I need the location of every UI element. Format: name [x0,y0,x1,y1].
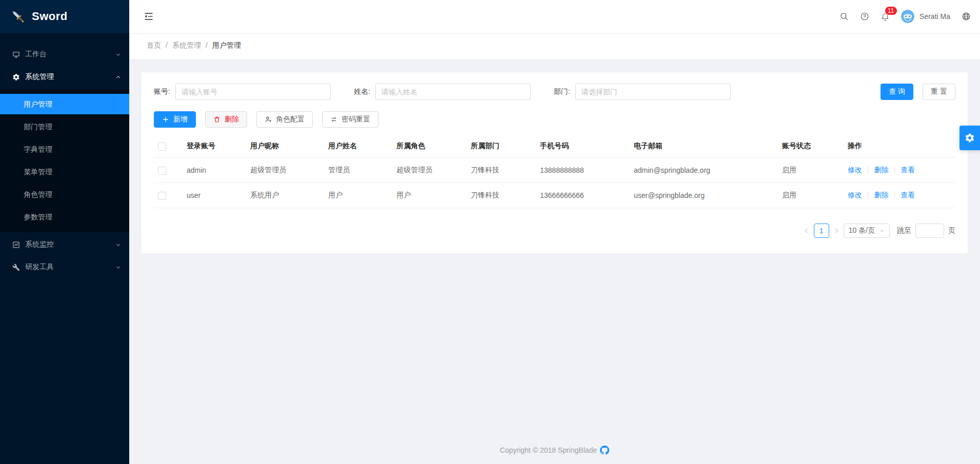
cell-nickname: 系统用户 [246,183,324,208]
password-reset-label: 密码重置 [342,115,370,124]
password-reset-button[interactable]: 密码重置 [322,111,378,128]
filter-form: 账号: 姓名: 部门: 查 询 重 置 [154,84,955,100]
cell-role: 超级管理员 [392,158,467,183]
filter-buttons: 查 询 重 置 [881,84,955,100]
sidebar-subitem[interactable]: 用户管理 [0,94,129,114]
desktop-icon [12,51,20,58]
row-action-link[interactable]: 修改 [848,166,862,174]
account-input[interactable] [175,84,331,100]
page-size-select[interactable]: 10 条/页 [844,224,890,238]
filter-group-account: 账号: [154,84,331,100]
chevron-down-icon [879,228,885,233]
row-checkbox[interactable] [158,192,166,200]
row-action-link[interactable]: 删除 [874,191,889,199]
name-input[interactable] [375,84,531,100]
role-config-label: 角色配置 [276,115,305,124]
column-header: 电子邮箱 [630,135,778,158]
cell-email: user@springblade.org [630,183,778,208]
cell-nickname: 超级管理员 [246,158,324,183]
page-number[interactable]: 1 [814,224,829,238]
search-icon[interactable] [839,12,849,21]
sidebar-subitem[interactable]: 参数管理 [0,207,129,227]
submenu: 用户管理部门管理字典管理菜单管理角色管理参数管理 [0,89,129,232]
dept-select[interactable] [575,84,731,100]
account-label: 账号: [154,87,170,96]
tool-icon [12,264,20,271]
sidebar-item[interactable]: 系统监控 [0,234,129,255]
sidebar-menu: 工作台系统管理用户管理部门管理字典管理菜单管理角色管理参数管理系统监控研发工具 [0,33,129,279]
delete-button[interactable]: 删除 [205,111,247,128]
table-row: admin超级管理员管理员超级管理员刀锋科技13888888888admin@s… [154,158,955,183]
monitor-chart-icon [12,241,20,249]
sidebar-subitem[interactable]: 字典管理 [0,139,129,159]
cell-name: 管理员 [324,158,392,183]
settings-gear-button[interactable] [959,126,980,150]
sidebar-subitem[interactable]: 部门管理 [0,116,129,137]
gear-icon [12,73,20,81]
reset-button[interactable]: 重 置 [923,84,955,100]
row-action-link[interactable]: 删除 [874,166,889,174]
row-action-link[interactable]: 修改 [848,191,862,199]
cell-name: 用户 [324,183,392,208]
cell-account: user [183,183,246,208]
sidebar-subitem[interactable]: 角色管理 [0,184,129,205]
chevron-up-icon [115,74,121,80]
breadcrumb-separator: / [206,41,208,49]
language-globe-icon[interactable] [962,12,971,21]
github-icon[interactable] [600,446,609,455]
breadcrumb-separator: / [166,41,168,49]
add-button[interactable]: 新增 [154,111,196,128]
trash-icon [213,116,221,123]
sidebar-item-label: 系统监控 [25,240,115,249]
role-config-button[interactable]: 角色配置 [256,111,313,128]
jump-to-label: 跳至 [897,226,911,235]
breadcrumb-item: 用户管理 [212,41,241,49]
breadcrumb-item[interactable]: 首页 [147,41,161,49]
search-button[interactable]: 查 询 [881,84,913,100]
notification-badge: 11 [885,7,896,15]
sidebar-item-label: 系统管理 [25,72,115,82]
next-page-icon[interactable] [833,228,839,234]
sword-logo-icon [10,9,26,24]
pagination: 1 10 条/页 跳至 页 [154,224,955,238]
sidebar-item-label: 工作台 [25,50,115,59]
column-header: 用户昵称 [246,135,324,158]
main-area: 11 Serati Ma 首页/系统管 [129,0,980,464]
row-action-link[interactable]: 查看 [901,191,915,199]
row-action-link[interactable]: 查看 [901,166,915,174]
user-add-icon [265,116,272,123]
help-icon[interactable] [860,12,869,21]
row-checkbox[interactable] [158,167,166,175]
filter-group-dept: 部门: [554,84,731,100]
avatar[interactable] [901,10,914,23]
topbar-actions: 11 Serati Ma [839,10,971,23]
column-header: 操作 [844,135,955,158]
cell-actions: 修改|删除|查看 [844,158,955,183]
prev-page-icon[interactable] [804,228,810,234]
column-header: 账号状态 [778,135,844,158]
column-header: 所属角色 [392,135,467,158]
cell-dept: 刀锋科技 [467,158,536,183]
sidebar-item-label: 研发工具 [25,263,115,272]
sidebar-item[interactable]: 工作台 [0,44,129,65]
plus-icon [162,116,169,123]
jump-page-input[interactable] [915,224,944,238]
logo[interactable]: Sword [0,0,129,33]
page-size-value: 10 条/页 [849,226,875,235]
user-name[interactable]: Serati Ma [919,12,950,21]
add-button-label: 新增 [173,115,188,124]
sidebar-item[interactable]: 系统管理 [0,67,129,87]
breadcrumb-item[interactable]: 系统管理 [172,41,201,49]
action-divider: | [894,166,896,174]
select-all-checkbox[interactable] [158,143,166,151]
notification-bell-icon[interactable]: 11 [881,12,890,21]
page-unit-label: 页 [948,226,955,235]
column-header: 登录账号 [183,135,246,158]
sidebar-subitem[interactable]: 菜单管理 [0,162,129,182]
sidebar-item[interactable]: 研发工具 [0,257,129,277]
user-management-card: 账号: 姓名: 部门: 查 询 重 置 [142,72,968,253]
menu-fold-icon[interactable] [144,11,154,22]
user-table: 登录账号用户昵称用户姓名所属角色所属部门手机号码电子邮箱账号状态操作 admin… [154,135,955,208]
topbar: 11 Serati Ma [129,0,980,33]
cell-phone: 13666666666 [536,183,630,208]
